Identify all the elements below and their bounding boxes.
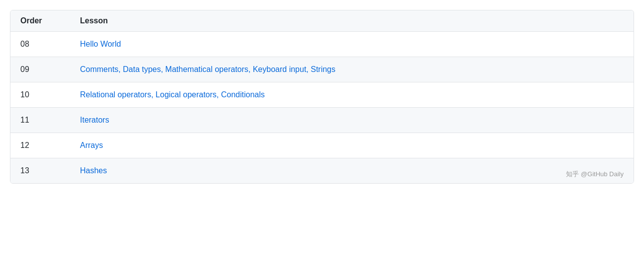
lesson-link[interactable]: Iterators (80, 116, 109, 124)
table-row: 13Hashes知乎 @GitHub Daily (10, 158, 634, 184)
order-cell: 12 (10, 133, 70, 158)
order-cell: 10 (10, 82, 70, 108)
lesson-cell: Arrays (70, 133, 634, 158)
order-cell: 08 (10, 32, 70, 57)
lesson-link[interactable]: Comments, Data types, Mathematical opera… (80, 65, 335, 73)
lesson-cell: Hello World (70, 32, 634, 57)
lesson-cell: Relational operators, Logical operators,… (70, 82, 634, 108)
lesson-link[interactable]: Arrays (80, 141, 103, 149)
lesson-link[interactable]: Relational operators, Logical operators,… (80, 90, 265, 99)
lesson-column-header: Lesson (70, 10, 634, 32)
order-cell: 09 (10, 57, 70, 82)
table-row: 08Hello World (10, 32, 634, 57)
lesson-cell: Comments, Data types, Mathematical opera… (70, 57, 634, 82)
table-row: 12Arrays (10, 133, 634, 158)
order-column-header: Order (10, 10, 70, 32)
table-row: 09Comments, Data types, Mathematical ope… (10, 57, 634, 82)
order-cell: 11 (10, 108, 70, 133)
lesson-cell: Hashes知乎 @GitHub Daily (70, 158, 634, 184)
table-row: 10Relational operators, Logical operator… (10, 82, 634, 108)
lessons-table: Order Lesson 08Hello World09Comments, Da… (10, 10, 634, 184)
watermark-label: 知乎 @GitHub Daily (566, 170, 624, 179)
lesson-link[interactable]: Hello World (80, 40, 121, 48)
table-row: 11Iterators (10, 108, 634, 133)
table-header-row: Order Lesson (10, 10, 634, 32)
order-cell: 13 (10, 158, 70, 184)
lesson-cell: Iterators (70, 108, 634, 133)
lesson-link[interactable]: Hashes (80, 166, 107, 175)
